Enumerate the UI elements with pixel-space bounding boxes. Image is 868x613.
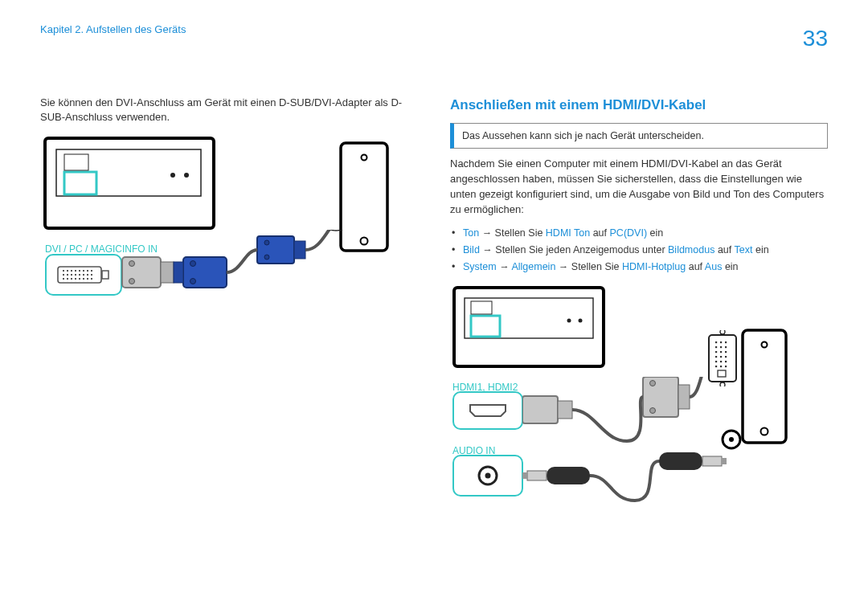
svg-rect-9 <box>63 270 64 272</box>
svg-point-5 <box>184 173 189 178</box>
svg-rect-42 <box>257 236 294 264</box>
svg-rect-24 <box>91 274 92 276</box>
svg-rect-82 <box>715 356 717 358</box>
svg-rect-76 <box>715 346 717 348</box>
right-column: Anschließen mit einem HDMI/DVI-Kabel Das… <box>450 96 828 525</box>
svg-rect-86 <box>720 361 722 362</box>
svg-rect-80 <box>720 351 722 353</box>
svg-rect-90 <box>725 366 727 367</box>
monitor-back-icon-2 <box>450 284 611 374</box>
settings-item-ton: Ton → Stellen Sie HDMI Ton auf PC(DVI) e… <box>461 226 828 240</box>
svg-rect-10 <box>67 270 68 272</box>
svg-rect-23 <box>87 274 88 276</box>
audio-cable-icon <box>522 452 747 517</box>
content-columns: Sie können den DVI-Anschluss am Gerät mi… <box>40 96 828 525</box>
svg-rect-74 <box>720 341 722 343</box>
svg-rect-22 <box>83 274 84 276</box>
dvi-cable-icon <box>121 230 362 326</box>
right-intro-text: Nachdem Sie einen Computer mit einem HDM… <box>450 157 828 217</box>
svg-rect-98 <box>522 396 558 423</box>
svg-rect-28 <box>75 278 76 280</box>
svg-point-97 <box>485 473 491 479</box>
dvi-port-box <box>45 254 122 296</box>
svg-rect-100 <box>643 377 678 417</box>
svg-rect-27 <box>71 278 72 280</box>
monitor-back-icon <box>40 133 225 238</box>
svg-rect-31 <box>87 278 88 280</box>
left-intro-text: Sie können den DVI-Anschluss am Gerät mi… <box>40 96 418 126</box>
settings-item-system: System → Allgemein → Stellen Sie HDMI-Ho… <box>461 260 828 274</box>
settings-item-bild: Bild → Stellen Sie jeden Anzeigemodus un… <box>461 243 828 257</box>
audio-port-box <box>452 455 523 497</box>
svg-rect-20 <box>75 274 76 276</box>
svg-point-102 <box>650 381 656 386</box>
svg-rect-84 <box>725 356 727 358</box>
hdmi-port-icon <box>467 402 509 419</box>
svg-point-67 <box>567 319 571 323</box>
svg-point-68 <box>579 319 583 323</box>
svg-rect-0 <box>45 138 214 228</box>
svg-rect-75 <box>725 341 727 343</box>
svg-rect-26 <box>67 278 68 280</box>
svg-rect-91 <box>718 370 726 377</box>
svg-point-45 <box>264 255 269 260</box>
svg-point-41 <box>190 279 196 284</box>
svg-rect-89 <box>720 366 722 367</box>
svg-point-103 <box>650 408 656 414</box>
chapter-title: Kapitel 2. Aufstellen des Geräts <box>40 22 186 38</box>
hdmi-port-box <box>452 391 523 430</box>
svg-point-46 <box>322 230 350 231</box>
svg-rect-33 <box>102 271 108 279</box>
svg-rect-18 <box>67 274 68 276</box>
svg-point-92 <box>720 330 725 334</box>
svg-rect-78 <box>725 346 727 348</box>
svg-rect-12 <box>75 270 76 272</box>
svg-rect-13 <box>79 270 80 272</box>
svg-rect-105 <box>527 471 547 480</box>
svg-rect-88 <box>715 366 717 367</box>
dvi-diagram: DVI / PC / MAGICINFO IN <box>40 133 418 342</box>
svg-rect-63 <box>454 288 604 366</box>
hdmi-diagram: HDMI1, HDMI2 AUDIO IN <box>450 284 828 525</box>
svg-rect-19 <box>71 274 72 276</box>
svg-point-40 <box>190 261 196 267</box>
svg-rect-85 <box>715 361 717 362</box>
svg-rect-101 <box>678 385 690 409</box>
svg-rect-16 <box>91 270 92 272</box>
page-root: Kapitel 2. Aufstellen des Geräts 33 Sie … <box>0 0 868 549</box>
audio-port-icon <box>476 464 500 488</box>
svg-rect-38 <box>183 257 227 288</box>
svg-rect-21 <box>79 274 80 276</box>
svg-rect-25 <box>63 278 64 280</box>
settings-list: Ton → Stellen Sie HDMI Ton auf PC(DVI) e… <box>450 226 828 274</box>
svg-rect-39 <box>174 262 183 283</box>
svg-rect-109 <box>722 458 727 464</box>
svg-rect-29 <box>79 278 80 280</box>
page-number: 33 <box>803 22 828 55</box>
svg-rect-34 <box>122 257 161 288</box>
svg-rect-35 <box>161 262 174 283</box>
svg-rect-77 <box>720 346 722 348</box>
dvi-port-icon <box>55 264 112 286</box>
svg-rect-83 <box>720 356 722 358</box>
info-box: Das Aussehen kann sich je nach Gerät unt… <box>450 123 828 149</box>
svg-rect-81 <box>725 351 727 353</box>
svg-rect-104 <box>547 467 590 484</box>
svg-rect-99 <box>558 401 572 419</box>
svg-rect-11 <box>71 270 72 272</box>
svg-point-37 <box>129 279 135 284</box>
hdmi-section-title: Anschließen mit einem HDMI/DVI-Kabel <box>450 96 828 116</box>
svg-rect-15 <box>87 270 88 272</box>
svg-rect-107 <box>659 452 702 470</box>
svg-rect-106 <box>522 472 527 479</box>
svg-rect-79 <box>715 351 717 353</box>
hdmi-cable-icon <box>522 377 731 449</box>
svg-rect-14 <box>83 270 84 272</box>
svg-rect-43 <box>294 241 305 259</box>
svg-rect-17 <box>63 274 64 276</box>
pc-tower-icon-2 <box>739 327 791 447</box>
left-column: Sie können den DVI-Anschluss am Gerät mi… <box>40 96 418 525</box>
svg-point-36 <box>129 261 135 267</box>
svg-point-4 <box>170 173 175 178</box>
svg-rect-108 <box>702 456 722 466</box>
